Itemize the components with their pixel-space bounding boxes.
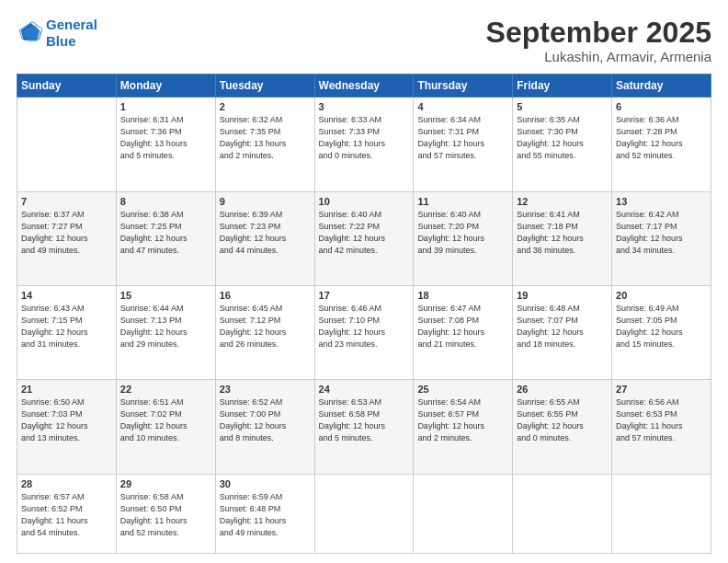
- calendar-cell: 2Sunrise: 6:32 AM Sunset: 7:35 PM Daylig…: [215, 98, 314, 191]
- calendar-cell: 17Sunrise: 6:46 AM Sunset: 7:10 PM Dayli…: [314, 285, 414, 379]
- day-info: Sunrise: 6:39 AM Sunset: 7:23 PM Dayligh…: [220, 209, 311, 257]
- calendar-cell: [414, 474, 513, 553]
- day-info: Sunrise: 6:55 AM Sunset: 6:55 PM Dayligh…: [517, 396, 608, 444]
- calendar-cell: 27Sunrise: 6:56 AM Sunset: 6:53 PM Dayli…: [612, 380, 711, 474]
- calendar-week-row: 14Sunrise: 6:43 AM Sunset: 7:15 PM Dayli…: [17, 285, 711, 379]
- day-number: 8: [120, 196, 211, 207]
- calendar-cell: 5Sunrise: 6:35 AM Sunset: 7:30 PM Daylig…: [513, 98, 612, 191]
- calendar-cell: 8Sunrise: 6:38 AM Sunset: 7:25 PM Daylig…: [116, 191, 215, 285]
- calendar-week-row: 28Sunrise: 6:57 AM Sunset: 6:52 PM Dayli…: [17, 474, 711, 553]
- calendar-week-row: 7Sunrise: 6:37 AM Sunset: 7:27 PM Daylig…: [17, 191, 711, 285]
- day-number: 1: [120, 101, 211, 112]
- day-info: Sunrise: 6:33 AM Sunset: 7:33 PM Dayligh…: [319, 114, 410, 162]
- calendar-cell: 26Sunrise: 6:55 AM Sunset: 6:55 PM Dayli…: [513, 380, 612, 474]
- weekday-header-tuesday: Tuesday: [215, 75, 314, 98]
- day-number: 13: [616, 196, 707, 207]
- calendar-cell: 22Sunrise: 6:51 AM Sunset: 7:02 PM Dayli…: [116, 380, 215, 474]
- day-info: Sunrise: 6:32 AM Sunset: 7:35 PM Dayligh…: [220, 114, 311, 162]
- calendar-cell: [612, 474, 711, 553]
- day-info: Sunrise: 6:51 AM Sunset: 7:02 PM Dayligh…: [120, 396, 211, 444]
- day-number: 7: [21, 196, 112, 207]
- calendar-cell: 10Sunrise: 6:40 AM Sunset: 7:22 PM Dayli…: [314, 191, 414, 285]
- day-info: Sunrise: 6:46 AM Sunset: 7:10 PM Dayligh…: [319, 303, 410, 350]
- calendar-cell: 30Sunrise: 6:59 AM Sunset: 6:48 PM Dayli…: [215, 474, 314, 553]
- day-info: Sunrise: 6:57 AM Sunset: 6:52 PM Dayligh…: [21, 491, 112, 539]
- calendar-cell: 3Sunrise: 6:33 AM Sunset: 7:33 PM Daylig…: [314, 98, 414, 191]
- day-number: 6: [616, 101, 707, 112]
- day-number: 29: [120, 478, 211, 489]
- day-number: 12: [517, 196, 608, 207]
- day-info: Sunrise: 6:56 AM Sunset: 6:53 PM Dayligh…: [616, 396, 707, 444]
- day-info: Sunrise: 6:38 AM Sunset: 7:25 PM Dayligh…: [120, 209, 211, 257]
- logo-line2: Blue: [46, 33, 97, 50]
- day-number: 20: [616, 290, 707, 301]
- day-number: 9: [220, 196, 311, 207]
- calendar-cell: 7Sunrise: 6:37 AM Sunset: 7:27 PM Daylig…: [17, 191, 117, 285]
- logo-text: General Blue: [46, 17, 97, 50]
- calendar-cell: [314, 474, 414, 553]
- day-number: 18: [417, 290, 508, 301]
- day-number: 10: [319, 196, 410, 207]
- day-info: Sunrise: 6:34 AM Sunset: 7:31 PM Dayligh…: [417, 114, 508, 162]
- logo: General Blue: [17, 17, 97, 50]
- weekday-header-wednesday: Wednesday: [314, 75, 414, 98]
- calendar-cell: [513, 474, 612, 553]
- day-info: Sunrise: 6:37 AM Sunset: 7:27 PM Dayligh…: [21, 209, 112, 257]
- day-info: Sunrise: 6:47 AM Sunset: 7:08 PM Dayligh…: [417, 303, 508, 350]
- day-info: Sunrise: 6:54 AM Sunset: 6:57 PM Dayligh…: [417, 396, 508, 444]
- day-number: 30: [220, 478, 311, 489]
- calendar-cell: 20Sunrise: 6:49 AM Sunset: 7:05 PM Dayli…: [612, 285, 711, 379]
- day-number: 15: [120, 290, 211, 301]
- calendar-cell: 11Sunrise: 6:40 AM Sunset: 7:20 PM Dayli…: [414, 191, 513, 285]
- month-title: September 2025: [486, 17, 711, 49]
- day-info: Sunrise: 6:59 AM Sunset: 6:48 PM Dayligh…: [220, 491, 311, 539]
- calendar-cell: 15Sunrise: 6:44 AM Sunset: 7:13 PM Dayli…: [116, 285, 215, 379]
- location: Lukashin, Armavir, Armenia: [486, 49, 711, 64]
- calendar-cell: [17, 98, 117, 191]
- day-number: 21: [21, 384, 112, 395]
- calendar-cell: 1Sunrise: 6:31 AM Sunset: 7:36 PM Daylig…: [116, 98, 215, 191]
- day-info: Sunrise: 6:49 AM Sunset: 7:05 PM Dayligh…: [616, 303, 707, 350]
- page: General Blue September 2025 Lukashin, Ar…: [0, 0, 728, 563]
- calendar-cell: 21Sunrise: 6:50 AM Sunset: 7:03 PM Dayli…: [17, 380, 117, 474]
- day-info: Sunrise: 6:44 AM Sunset: 7:13 PM Dayligh…: [120, 303, 211, 350]
- day-info: Sunrise: 6:45 AM Sunset: 7:12 PM Dayligh…: [220, 303, 311, 350]
- logo-line1: General: [46, 17, 97, 32]
- day-number: 28: [21, 478, 112, 489]
- calendar-cell: 28Sunrise: 6:57 AM Sunset: 6:52 PM Dayli…: [17, 474, 117, 553]
- calendar-cell: 13Sunrise: 6:42 AM Sunset: 7:17 PM Dayli…: [612, 191, 711, 285]
- day-info: Sunrise: 6:40 AM Sunset: 7:22 PM Dayligh…: [319, 209, 410, 257]
- calendar-week-row: 21Sunrise: 6:50 AM Sunset: 7:03 PM Dayli…: [17, 380, 711, 474]
- calendar-cell: 25Sunrise: 6:54 AM Sunset: 6:57 PM Dayli…: [414, 380, 513, 474]
- day-info: Sunrise: 6:35 AM Sunset: 7:30 PM Dayligh…: [517, 114, 608, 162]
- day-info: Sunrise: 6:41 AM Sunset: 7:18 PM Dayligh…: [517, 209, 608, 257]
- calendar-cell: 18Sunrise: 6:47 AM Sunset: 7:08 PM Dayli…: [414, 285, 513, 379]
- day-number: 2: [220, 101, 311, 112]
- weekday-header-row: SundayMondayTuesdayWednesdayThursdayFrid…: [17, 75, 711, 98]
- calendar-cell: 19Sunrise: 6:48 AM Sunset: 7:07 PM Dayli…: [513, 285, 612, 379]
- day-info: Sunrise: 6:53 AM Sunset: 6:58 PM Dayligh…: [319, 396, 410, 444]
- calendar-cell: 12Sunrise: 6:41 AM Sunset: 7:18 PM Dayli…: [513, 191, 612, 285]
- day-number: 16: [220, 290, 311, 301]
- day-info: Sunrise: 6:40 AM Sunset: 7:20 PM Dayligh…: [417, 209, 508, 257]
- day-number: 4: [417, 101, 508, 112]
- day-info: Sunrise: 6:31 AM Sunset: 7:36 PM Dayligh…: [120, 114, 211, 162]
- day-info: Sunrise: 6:52 AM Sunset: 7:00 PM Dayligh…: [220, 396, 311, 444]
- calendar-cell: 16Sunrise: 6:45 AM Sunset: 7:12 PM Dayli…: [215, 285, 314, 379]
- day-number: 11: [417, 196, 508, 207]
- weekday-header-sunday: Sunday: [17, 75, 117, 98]
- day-number: 17: [319, 290, 410, 301]
- calendar-week-row: 1Sunrise: 6:31 AM Sunset: 7:36 PM Daylig…: [17, 98, 711, 191]
- weekday-header-saturday: Saturday: [612, 75, 711, 98]
- day-info: Sunrise: 6:48 AM Sunset: 7:07 PM Dayligh…: [517, 303, 608, 350]
- day-info: Sunrise: 6:36 AM Sunset: 7:28 PM Dayligh…: [616, 114, 707, 162]
- day-info: Sunrise: 6:42 AM Sunset: 7:17 PM Dayligh…: [616, 209, 707, 257]
- logo-icon: [17, 20, 42, 46]
- day-number: 24: [319, 384, 410, 395]
- day-number: 3: [319, 101, 410, 112]
- calendar-cell: 24Sunrise: 6:53 AM Sunset: 6:58 PM Dayli…: [314, 380, 414, 474]
- day-info: Sunrise: 6:43 AM Sunset: 7:15 PM Dayligh…: [21, 303, 112, 350]
- header: General Blue September 2025 Lukashin, Ar…: [17, 17, 711, 64]
- day-number: 22: [120, 384, 211, 395]
- calendar-cell: 4Sunrise: 6:34 AM Sunset: 7:31 PM Daylig…: [414, 98, 513, 191]
